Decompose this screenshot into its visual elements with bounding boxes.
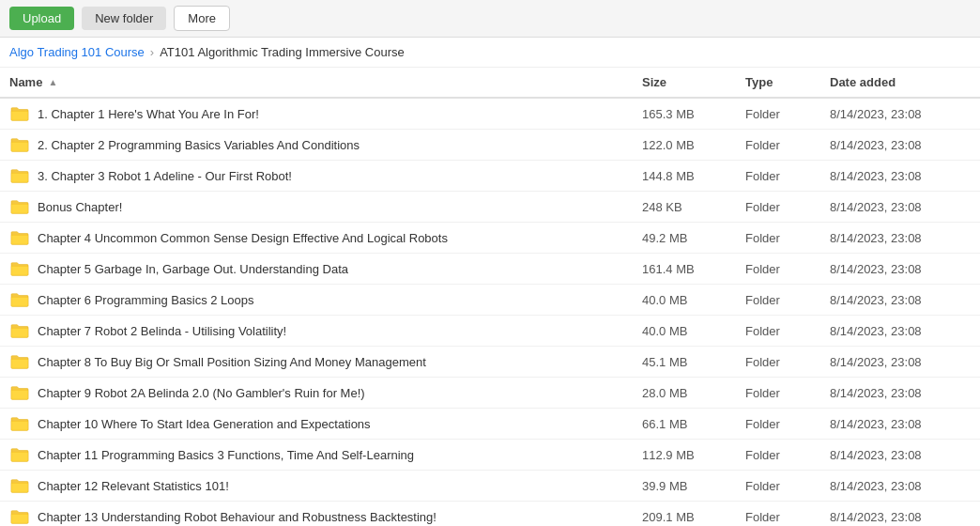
row-date: 8/14/2023, 23:08: [830, 324, 971, 338]
folder-icon: [9, 260, 30, 277]
row-size: 28.0 MB: [642, 386, 745, 400]
breadcrumb-root[interactable]: Algo Trading 101 Course: [9, 45, 145, 59]
row-size: 40.0 MB: [642, 324, 745, 338]
row-name-cell: Chapter 11 Programming Basics 3 Function…: [9, 446, 642, 463]
row-date: 8/14/2023, 23:08: [830, 107, 971, 121]
table-row[interactable]: Chapter 7 Robot 2 Belinda - Utilising Vo…: [0, 316, 980, 347]
row-name-cell: Chapter 9 Robot 2A Belinda 2.0 (No Gambl…: [9, 384, 642, 401]
row-name-text: Chapter 9 Robot 2A Belinda 2.0 (No Gambl…: [38, 386, 365, 400]
row-type: Folder: [745, 262, 830, 276]
table-row[interactable]: 2. Chapter 2 Programming Basics Variable…: [0, 130, 980, 161]
row-name-cell: 3. Chapter 3 Robot 1 Adeline - Our First…: [9, 167, 642, 184]
row-name-text: Chapter 5 Garbage In, Garbage Out. Under…: [38, 262, 348, 276]
table-row[interactable]: Chapter 11 Programming Basics 3 Function…: [0, 440, 980, 471]
breadcrumb: Algo Trading 101 Course › AT101 Algorith…: [0, 38, 980, 68]
row-name-text: Chapter 6 Programming Basics 2 Loops: [38, 293, 254, 307]
row-name-text: Chapter 7 Robot 2 Belinda - Utilising Vo…: [38, 324, 286, 338]
table-row[interactable]: Chapter 12 Relevant Statistics 101! 39.9…: [0, 471, 980, 502]
header-date[interactable]: Date added: [830, 75, 971, 89]
breadcrumb-current: AT101 Algorithmic Trading Immersive Cour…: [160, 45, 405, 59]
row-type: Folder: [745, 107, 830, 121]
row-name-cell: Chapter 6 Programming Basics 2 Loops: [9, 291, 642, 308]
row-name-text: Chapter 13 Understanding Robot Behaviour…: [38, 510, 436, 524]
folder-icon: [9, 415, 30, 432]
row-type: Folder: [745, 355, 830, 369]
folder-icon: [9, 167, 30, 184]
row-size: 45.1 MB: [642, 355, 745, 369]
folder-icon: [9, 105, 30, 122]
row-date: 8/14/2023, 23:08: [830, 417, 971, 431]
row-name-cell: Chapter 5 Garbage In, Garbage Out. Under…: [9, 260, 642, 277]
row-type: Folder: [745, 138, 830, 152]
top-bar: Upload New folder More: [0, 0, 980, 38]
row-name-text: Chapter 11 Programming Basics 3 Function…: [38, 448, 414, 462]
table-row[interactable]: Chapter 6 Programming Basics 2 Loops 40.…: [0, 285, 980, 316]
upload-button[interactable]: Upload: [9, 7, 74, 30]
table-row[interactable]: Chapter 5 Garbage In, Garbage Out. Under…: [0, 254, 980, 285]
header-name[interactable]: Name ▲: [9, 75, 642, 89]
row-name-text: Chapter 12 Relevant Statistics 101!: [38, 479, 229, 493]
folder-icon: [9, 229, 30, 246]
row-date: 8/14/2023, 23:08: [830, 386, 971, 400]
row-size: 144.8 MB: [642, 169, 745, 183]
row-name-text: Chapter 8 To Buy Big Or Small Position S…: [38, 355, 426, 369]
table-row[interactable]: Chapter 10 Where To Start Idea Generatio…: [0, 409, 980, 440]
folder-icon: [9, 353, 30, 370]
row-type: Folder: [745, 324, 830, 338]
folder-icon: [9, 384, 30, 401]
table-row[interactable]: Chapter 9 Robot 2A Belinda 2.0 (No Gambl…: [0, 378, 980, 409]
row-date: 8/14/2023, 23:08: [830, 293, 971, 307]
row-date: 8/14/2023, 23:08: [830, 169, 971, 183]
row-name-cell: Chapter 4 Uncommon Common Sense Design E…: [9, 229, 642, 246]
table-row[interactable]: Bonus Chapter! 248 KB Folder 8/14/2023, …: [0, 192, 980, 223]
header-type[interactable]: Type: [745, 75, 830, 89]
row-size: 209.1 MB: [642, 510, 745, 524]
row-name-cell: Chapter 7 Robot 2 Belinda - Utilising Vo…: [9, 322, 642, 339]
row-name-cell: Bonus Chapter!: [9, 198, 642, 215]
folder-icon: [9, 322, 30, 339]
row-type: Folder: [745, 200, 830, 214]
row-name-cell: Chapter 8 To Buy Big Or Small Position S…: [9, 353, 642, 370]
row-size: 40.0 MB: [642, 293, 745, 307]
header-size[interactable]: Size: [642, 75, 745, 89]
row-size: 165.3 MB: [642, 107, 745, 121]
row-type: Folder: [745, 386, 830, 400]
breadcrumb-separator: ›: [150, 45, 154, 59]
row-type: Folder: [745, 231, 830, 245]
table-row[interactable]: 1. Chapter 1 Here's What You Are In For!…: [0, 99, 980, 130]
row-name-text: Chapter 10 Where To Start Idea Generatio…: [38, 417, 371, 431]
row-date: 8/14/2023, 23:08: [830, 355, 971, 369]
table-body: 1. Chapter 1 Here's What You Are In For!…: [0, 99, 980, 526]
sort-icon: ▲: [48, 77, 57, 87]
row-size: 66.1 MB: [642, 417, 745, 431]
row-type: Folder: [745, 293, 830, 307]
row-name-text: 1. Chapter 1 Here's What You Are In For!: [38, 107, 259, 121]
row-size: 39.9 MB: [642, 479, 745, 493]
row-type: Folder: [745, 417, 830, 431]
table-row[interactable]: Chapter 13 Understanding Robot Behaviour…: [0, 502, 980, 526]
row-name-cell: Chapter 12 Relevant Statistics 101!: [9, 477, 642, 494]
row-size: 112.9 MB: [642, 448, 745, 462]
row-name-text: Chapter 4 Uncommon Common Sense Design E…: [38, 231, 448, 245]
row-name-cell: Chapter 13 Understanding Robot Behaviour…: [9, 508, 642, 525]
table-row[interactable]: Chapter 8 To Buy Big Or Small Position S…: [0, 347, 980, 378]
row-date: 8/14/2023, 23:08: [830, 262, 971, 276]
more-button[interactable]: More: [174, 6, 230, 31]
row-name-text: Bonus Chapter!: [38, 200, 122, 214]
table-row[interactable]: Chapter 4 Uncommon Common Sense Design E…: [0, 223, 980, 254]
new-folder-button[interactable]: New folder: [82, 7, 166, 30]
row-size: 248 KB: [642, 200, 745, 214]
folder-icon: [9, 477, 30, 494]
row-type: Folder: [745, 169, 830, 183]
folder-icon: [9, 136, 30, 153]
table-row[interactable]: 3. Chapter 3 Robot 1 Adeline - Our First…: [0, 161, 980, 192]
row-name-cell: 1. Chapter 1 Here's What You Are In For!: [9, 105, 642, 122]
row-date: 8/14/2023, 23:08: [830, 448, 971, 462]
row-name-cell: 2. Chapter 2 Programming Basics Variable…: [9, 136, 642, 153]
folder-icon: [9, 446, 30, 463]
row-size: 49.2 MB: [642, 231, 745, 245]
row-date: 8/14/2023, 23:08: [830, 200, 971, 214]
table-header: Name ▲ Size Type Date added: [0, 68, 980, 99]
row-date: 8/14/2023, 23:08: [830, 231, 971, 245]
folder-icon: [9, 508, 30, 525]
